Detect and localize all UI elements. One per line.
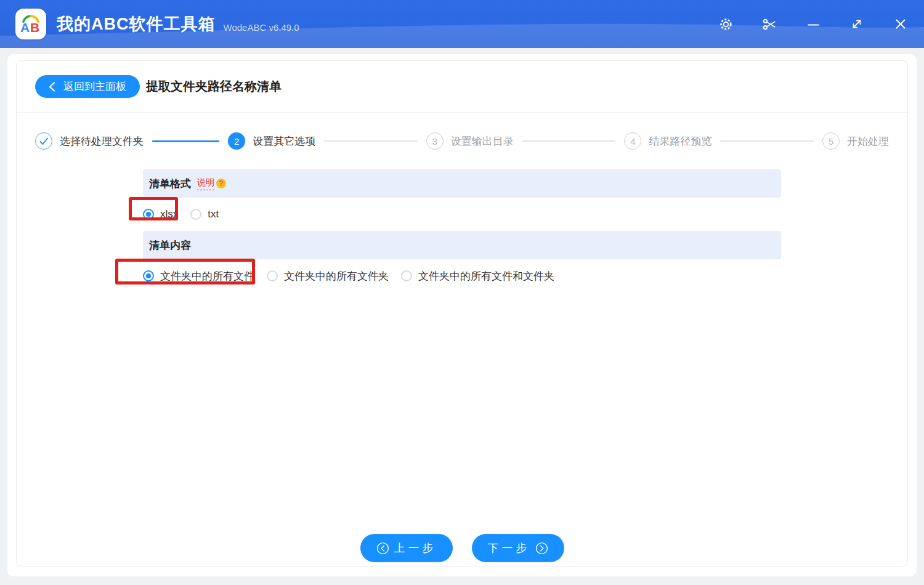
step-3-label: 设置输出目录: [451, 134, 514, 148]
radio-all-folders[interactable]: 文件夹中的所有文件夹: [267, 269, 389, 283]
radio-xlsx-label: xlsx: [160, 208, 178, 220]
page-title: 提取文件夹路径名称清单: [146, 78, 282, 95]
radio-unselected-icon[interactable]: [267, 270, 278, 281]
radio-unselected-icon[interactable]: [190, 209, 201, 220]
step-connector-done: [152, 140, 219, 142]
step-2-other-options: 2 设置其它选项: [228, 132, 315, 150]
step-5-number: 5: [822, 132, 840, 150]
step-4-label: 结果路径预览: [649, 134, 711, 148]
step-3-number: 3: [426, 132, 444, 150]
step-connector: [324, 140, 418, 142]
card-header: 返回到主面板 提取文件夹路径名称清单: [17, 61, 907, 113]
circle-chevron-right-icon: [535, 542, 548, 555]
close-icon[interactable]: [893, 16, 909, 32]
titlebar-actions: [718, 16, 924, 32]
section-header-list-format: 清单格式 说明 ?: [143, 169, 781, 198]
step-5-start-processing: 5 开始处理: [822, 132, 889, 150]
section-title: 清单格式: [149, 177, 191, 191]
step-2-number: 2: [228, 132, 245, 150]
settings-icon[interactable]: [718, 16, 734, 32]
wizard-card: 返回到主面板 提取文件夹路径名称清单 选择待处理文件夹 2 设: [16, 60, 908, 567]
chevron-left-icon: [49, 82, 55, 92]
main-panel: 返回到主面板 提取文件夹路径名称清单 选择待处理文件夹 2 设: [7, 54, 917, 576]
question-mark-icon[interactable]: ?: [216, 179, 226, 188]
help-link[interactable]: 说明 ?: [197, 177, 226, 190]
radio-selected-icon[interactable]: [143, 270, 154, 281]
radio-all-folders-label: 文件夹中的所有文件夹: [284, 269, 389, 283]
step-connector: [522, 140, 616, 142]
radio-files-and-folders-label: 文件夹中的所有文件和文件夹: [418, 269, 554, 283]
radio-files-and-folders[interactable]: 文件夹中的所有文件和文件夹: [401, 269, 554, 283]
step-1-check-icon: [35, 132, 52, 150]
wizard-footer: 上一步 下一步: [17, 534, 907, 562]
back-to-dashboard-button[interactable]: 返回到主面板: [35, 75, 140, 98]
step-1-select-folder: 选择待处理文件夹: [35, 132, 144, 150]
step-indicator: 选择待处理文件夹 2 设置其它选项 3 设置输出目录 4 结果路径预览: [17, 113, 907, 169]
next-step-button[interactable]: 下一步: [472, 534, 564, 562]
step-2-label: 设置其它选项: [253, 134, 315, 148]
titlebar: A B 我的ABC软件工具箱 WodeABC v6.49.0: [0, 0, 924, 48]
step-4-result-preview: 4 结果路径预览: [624, 132, 711, 150]
step-3-output-dir: 3 设置输出目录: [426, 132, 514, 150]
help-link-label[interactable]: 说明: [197, 177, 214, 190]
radio-selected-icon[interactable]: [143, 209, 154, 220]
maximize-icon[interactable]: [849, 16, 865, 32]
previous-step-button[interactable]: 上一步: [360, 534, 453, 562]
app-logo: A B: [15, 9, 46, 39]
list-content-options: 文件夹中的所有文件 文件夹中的所有文件夹 文件夹中的所有文件和文件夹: [143, 259, 781, 292]
section-header-list-content: 清单内容: [143, 231, 781, 259]
next-step-label: 下一步: [488, 541, 530, 555]
section-title: 清单内容: [149, 238, 191, 252]
radio-txt[interactable]: txt: [190, 208, 219, 220]
step-connector: [720, 140, 814, 142]
app-title: 我的ABC软件工具箱: [57, 13, 216, 35]
previous-step-label: 上一步: [394, 541, 437, 555]
svg-text:B: B: [30, 20, 39, 34]
minimize-icon[interactable]: [805, 16, 821, 32]
list-format-options: xlsx txt: [143, 198, 781, 231]
page-background: 返回到主面板 提取文件夹路径名称清单 选择待处理文件夹 2 设: [0, 48, 924, 576]
step-1-label: 选择待处理文件夹: [60, 134, 144, 148]
radio-txt-label: txt: [208, 208, 219, 220]
step-5-label: 开始处理: [847, 134, 889, 148]
radio-xlsx[interactable]: xlsx: [143, 208, 178, 220]
radio-unselected-icon[interactable]: [401, 270, 412, 281]
step-4-number: 4: [624, 132, 641, 150]
scissors-icon[interactable]: [761, 16, 777, 32]
svg-text:A: A: [20, 20, 30, 34]
circle-chevron-left-icon: [376, 542, 389, 555]
radio-all-files[interactable]: 文件夹中的所有文件: [143, 269, 254, 283]
back-button-label: 返回到主面板: [63, 79, 126, 94]
app-version: WodeABC v6.49.0: [224, 22, 299, 33]
radio-all-files-label: 文件夹中的所有文件: [160, 269, 254, 283]
